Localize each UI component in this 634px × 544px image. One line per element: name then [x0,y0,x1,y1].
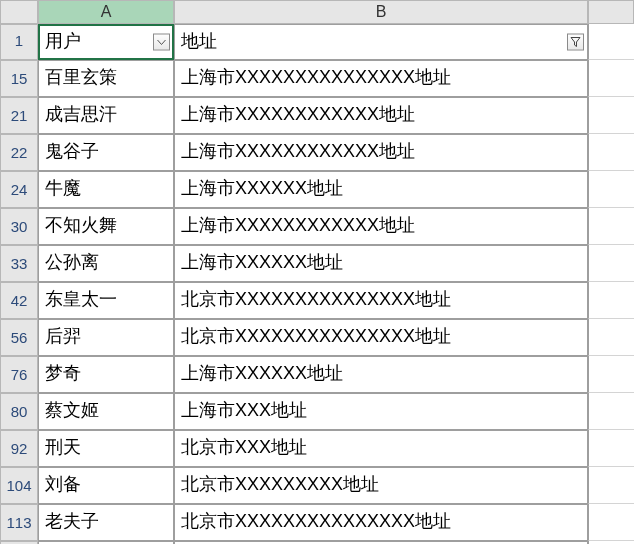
select-all-corner[interactable] [0,0,38,24]
cell-addr[interactable]: 上海市XXXXXXXXXXXX地址 [174,97,588,134]
cell-user[interactable]: 百里玄策 [38,60,174,97]
cell-addr[interactable]: 上海市XXXXXX地址 [174,245,588,282]
cell-user[interactable]: 牛魔 [38,171,174,208]
cell-addr[interactable]: 上海市XXX地址 [174,393,588,430]
cell-addr[interactable]: 北京市XXXXXXXXXXXXXXX地址 [174,504,588,541]
cell-addr[interactable]: 上海市XXXXXXXXXXXXXXX地址 [174,60,588,97]
cell-user[interactable]: 蔡文姬 [38,393,174,430]
cell-C1[interactable] [588,24,634,60]
cell-addr[interactable]: 北京市XXXXXXXXXXXXXXX地址 [174,319,588,356]
filter-button-addr[interactable] [567,34,584,51]
cell-user[interactable]: 鬼谷子 [38,134,174,171]
row-header[interactable]: 15 [0,60,38,97]
row-header[interactable]: 22 [0,134,38,171]
filter-button-user[interactable] [153,34,170,51]
cell-addr[interactable]: 上海市XXXXXX地址 [174,171,588,208]
cell-empty[interactable] [588,319,634,356]
cell-user[interactable]: 刘备 [38,467,174,504]
cell-empty[interactable] [588,97,634,134]
row-header[interactable]: 56 [0,319,38,356]
column-header-B[interactable]: B [174,0,588,24]
row-header[interactable]: 30 [0,208,38,245]
cell-addr[interactable]: 上海市XXXXXX地址 [174,356,588,393]
cell-empty[interactable] [588,282,634,319]
cell-empty[interactable] [588,393,634,430]
chevron-down-icon [157,39,166,45]
cell-addr[interactable]: 上海市XXXXXXXXXXXX地址 [174,208,588,245]
cell-empty[interactable] [588,356,634,393]
cell-user[interactable]: 后羿 [38,319,174,356]
row-header[interactable]: 33 [0,245,38,282]
column-header-A[interactable]: A [38,0,174,24]
cell-addr[interactable]: 上海市XXXXXXXXXXXX地址 [174,134,588,171]
cell-addr[interactable]: 北京市XXX地址 [174,430,588,467]
cell-empty[interactable] [588,467,634,504]
cell-user[interactable]: 东皇太一 [38,282,174,319]
cell-user[interactable]: 老夫子 [38,504,174,541]
row-header[interactable]: 92 [0,430,38,467]
header-addr-label: 地址 [181,31,217,51]
cell-user[interactable]: 梦奇 [38,356,174,393]
cell-empty[interactable] [588,60,634,97]
header-user-label: 用户 [45,31,81,51]
cell-empty[interactable] [588,208,634,245]
row-header[interactable]: 80 [0,393,38,430]
column-header-C[interactable] [588,0,634,24]
cell-A1[interactable]: 用户 [38,24,174,60]
row-header[interactable]: 76 [0,356,38,393]
cell-empty[interactable] [588,430,634,467]
cell-user[interactable]: 公孙离 [38,245,174,282]
row-header[interactable]: 113 [0,504,38,541]
row-header[interactable]: 1 [0,24,38,60]
cell-addr[interactable]: 北京市XXXXXXXXXXXXXXX地址 [174,282,588,319]
row-header[interactable]: 104 [0,467,38,504]
row-header[interactable]: 42 [0,282,38,319]
funnel-icon [570,37,581,48]
cell-user[interactable]: 刑天 [38,430,174,467]
cell-empty[interactable] [588,134,634,171]
cell-empty[interactable] [588,245,634,282]
cell-user[interactable]: 不知火舞 [38,208,174,245]
cell-B1[interactable]: 地址 [174,24,588,60]
cell-empty[interactable] [588,171,634,208]
row-header[interactable]: 21 [0,97,38,134]
cell-addr[interactable]: 北京市XXXXXXXXX地址 [174,467,588,504]
row-header[interactable]: 24 [0,171,38,208]
cell-empty[interactable] [588,504,634,541]
cell-user[interactable]: 成吉思汗 [38,97,174,134]
